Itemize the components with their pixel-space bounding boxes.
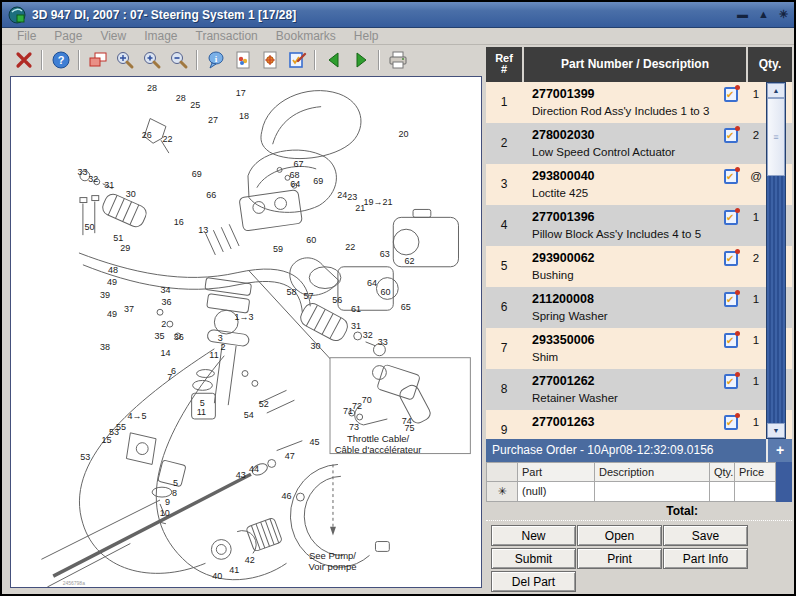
zoom-out-icon[interactable] (165, 48, 192, 72)
info-balloon-icon[interactable]: i (202, 48, 229, 72)
title-bar: 3D 947 DI, 2007 : 07- Steering System 1 … (2, 2, 794, 28)
po-description-cell[interactable] (595, 482, 710, 502)
diagram-callout: 1→3 (235, 312, 254, 322)
po-scrollbar-track (776, 462, 792, 502)
part-row[interactable]: 3293800040Loctite 425@ (486, 164, 792, 205)
diagram-callout: 47 (285, 451, 295, 461)
diagram-callout: 10 (160, 508, 170, 518)
part-icon-cell (718, 246, 744, 287)
part-description: Pillow Block Ass'y Includes 4 to 5 (532, 226, 718, 242)
scrollbar-thumb[interactable]: ≡ (767, 98, 785, 176)
scroll-up-icon[interactable]: ▲ (767, 83, 785, 98)
part-ref: 2 (486, 123, 522, 164)
diagram-callout: 27 (208, 115, 218, 125)
image-page-color-icon[interactable] (256, 48, 283, 72)
open-button[interactable]: Open (577, 525, 662, 546)
parts-panel: Ref # Part Number / Description Qty. 127… (486, 47, 792, 592)
prev-page-icon[interactable] (320, 48, 347, 72)
part-number: 278002030 (532, 127, 718, 144)
diagram-callout: 65 (401, 302, 411, 312)
minimize-icon[interactable]: ▬ (737, 9, 748, 20)
diagram-callout: 50 (84, 222, 94, 232)
menu-page[interactable]: Page (45, 29, 91, 43)
edit-note-icon[interactable] (724, 374, 738, 389)
diagram-callout: 37 (124, 304, 134, 314)
po-part-cell[interactable]: (null) (518, 482, 595, 502)
diagram-canvas[interactable]: 2828251726222718692067686469333231306616… (10, 76, 482, 588)
parts-scrollbar[interactable]: ▲ ≡ ▼ (766, 82, 786, 439)
diagram-callout: 41 (229, 565, 239, 575)
new-button[interactable]: New (491, 525, 576, 546)
part-row[interactable]: 7293350006Shim1 (486, 328, 792, 369)
menu-file[interactable]: File (8, 29, 45, 43)
part-row[interactable]: 1277001399Direction Rod Ass'y Includes 1… (486, 82, 792, 123)
header-qty: Qty. (748, 47, 792, 82)
print-button[interactable]: Print (577, 548, 662, 569)
diagram-callout: 17 (236, 88, 246, 98)
part-text: 293900062Bushing (522, 246, 718, 287)
overlay-windows-icon[interactable] (84, 48, 111, 72)
diagram-callout: 2 (220, 342, 225, 352)
zoom-region-icon[interactable] (111, 48, 138, 72)
menu-view[interactable]: View (91, 29, 135, 43)
maximize-icon[interactable]: ▲ (758, 9, 769, 20)
diagram-callout: 35 (155, 331, 165, 341)
help-icon[interactable]: ? (47, 48, 74, 72)
print-icon[interactable] (384, 48, 411, 72)
menu-bookmarks[interactable]: Bookmarks (267, 29, 345, 43)
edit-note-icon[interactable] (724, 251, 738, 266)
zoom-in-icon[interactable] (138, 48, 165, 72)
diagram-callout: 54 (244, 410, 254, 420)
part-row[interactable]: 92770012631 (486, 410, 792, 439)
application-window: 3D 947 DI, 2007 : 07- Steering System 1 … (0, 0, 796, 596)
diagram-callout: 66 (206, 190, 216, 200)
edit-page-icon[interactable] (283, 48, 310, 72)
po-header-selector (486, 462, 518, 482)
edit-note-icon[interactable] (724, 169, 738, 184)
close-icon[interactable]: ✳ (779, 9, 788, 20)
menu-transaction[interactable]: Transaction (187, 29, 267, 43)
po-row-selector[interactable]: ✳ (486, 482, 518, 502)
next-page-icon[interactable] (347, 48, 374, 72)
scroll-down-icon[interactable]: ▼ (767, 423, 785, 438)
image-page-icon[interactable] (229, 48, 256, 72)
edit-note-icon[interactable] (724, 87, 738, 102)
part-row[interactable]: 2278002030Low Speed Control Actuator2 (486, 123, 792, 164)
menu-bar: File Page View Image Transaction Bookmar… (2, 28, 794, 45)
menu-image[interactable]: Image (135, 29, 186, 43)
edit-note-icon[interactable] (724, 210, 738, 225)
window-title: 3D 947 DI, 2007 : 07- Steering System 1 … (32, 8, 296, 22)
part-description: Shim (532, 349, 718, 365)
close-x-icon[interactable] (10, 48, 37, 72)
part-icon-cell (718, 410, 744, 439)
part-ref: 1 (486, 82, 522, 123)
save-button[interactable]: Save (663, 525, 748, 546)
part-number: 277001399 (532, 86, 718, 103)
diagram-callout: 18 (239, 111, 249, 121)
po-qty-cell[interactable] (710, 482, 735, 502)
diagram-callout: 46 (281, 491, 291, 501)
header-ref: Ref # (486, 47, 522, 82)
part-row[interactable]: 5293900062Bushing2 (486, 246, 792, 287)
po-header-price: Price (735, 462, 776, 482)
app-icon (8, 6, 26, 24)
edit-note-icon[interactable] (724, 415, 738, 430)
submit-button[interactable]: Submit (491, 548, 576, 569)
diagram-callout: 63 (380, 249, 390, 259)
po-price-cell[interactable] (735, 482, 776, 502)
del-part-button[interactable]: Del Part (491, 571, 576, 592)
add-to-order-button[interactable]: + (766, 439, 792, 463)
diagram-callout: 19→21 (364, 197, 393, 207)
edit-note-icon[interactable] (724, 128, 738, 143)
edit-note-icon[interactable] (724, 333, 738, 348)
part-qty: 1 (744, 205, 768, 246)
edit-note-icon[interactable] (724, 292, 738, 307)
part-row[interactable]: 6211200008Spring Washer1 (486, 287, 792, 328)
part-qty: @ (744, 164, 768, 205)
part-info-button[interactable]: Part Info (663, 548, 748, 569)
part-row[interactable]: 4277001396Pillow Block Ass'y Includes 4 … (486, 205, 792, 246)
menu-help[interactable]: Help (345, 29, 388, 43)
part-row[interactable]: 8277001262Retainer Washer1 (486, 369, 792, 410)
diagram-callout: 52 (259, 399, 269, 409)
diagram-callout: 36 (162, 297, 172, 307)
